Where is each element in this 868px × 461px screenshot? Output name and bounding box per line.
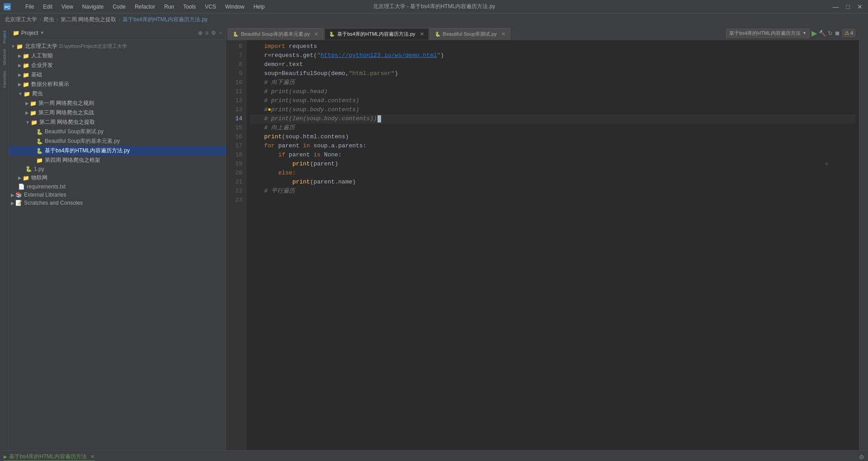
- minimize-button[interactable]: —: [831, 3, 841, 10]
- settings-icon[interactable]: ⚙: [211, 30, 216, 36]
- line-22: 22: [226, 187, 246, 196]
- project-label: Project: [21, 30, 38, 36]
- build-button[interactable]: 🔨: [819, 30, 826, 37]
- menu-help[interactable]: Help: [252, 3, 267, 11]
- menu-refactor[interactable]: Refactor: [133, 3, 157, 11]
- menu-tools[interactable]: Tools: [181, 3, 198, 11]
- tree-root[interactable]: ▼ 📁 北京理工大学 D:\pythonProject\北京理工大学: [9, 42, 226, 51]
- hide-icon[interactable]: −: [219, 30, 222, 36]
- svg-text:PC: PC: [5, 5, 10, 9]
- rerun-button[interactable]: ↻: [828, 30, 833, 37]
- breadcrumb-item-3[interactable]: 基于bs4库的HTML内容遍历方法.py: [123, 16, 208, 24]
- tree-item-week1[interactable]: ▶ 📁 第一周 网络爬虫之规则: [9, 99, 226, 108]
- root-path: D:\pythonProject\北京理工大学: [59, 43, 127, 50]
- left-sidebar-icons: Project Structure Favorites: [0, 26, 9, 450]
- tree-file-bs-test[interactable]: 🐍 Beautiful Soup库测试.py: [9, 127, 226, 136]
- tree-external-libs[interactable]: ▶ 📚 External Libraries: [9, 191, 226, 199]
- dropdown-icon[interactable]: ▼: [40, 30, 44, 35]
- tab-bs-test[interactable]: 🐍 Beautiful Soup库测试.py ✕: [430, 28, 510, 40]
- data-folder-icon: 📁: [23, 81, 29, 88]
- project-toolbar: ⊕ ≡ ⚙ −: [198, 30, 222, 36]
- tree-item-basic[interactable]: ▶ 📁 基础: [9, 70, 226, 80]
- tree-file-bs-html[interactable]: 🐍 基于bs4库的HTML内容遍历方法.py: [9, 146, 226, 155]
- tree-item-enterprise[interactable]: ▶ 📁 企业开发: [9, 61, 226, 70]
- tree-file-bs-basic[interactable]: 🐍 Beautiful Soup库的基本元素.py: [9, 136, 226, 146]
- external-libs-icon: 📚: [15, 192, 22, 198]
- warning-count[interactable]: ⚠ 4: [842, 29, 855, 37]
- app-logo: PC: [4, 3, 13, 10]
- tree-item-week2[interactable]: ▼ 📁 第二周 网络爬虫之提取: [9, 118, 226, 127]
- line-20: 20: [226, 169, 246, 178]
- line-23: 23: [226, 196, 246, 205]
- menu-edit[interactable]: Edit: [41, 3, 54, 11]
- tree-item-week4[interactable]: 📁 第四周 网络爬虫之框架: [9, 155, 226, 165]
- code-line-11: # print(soup.head): [250, 87, 855, 96]
- tree-item-crawler[interactable]: ▼ 📁 爬虫: [9, 89, 226, 99]
- breadcrumb-item-2[interactable]: 第二周 网络爬虫之提取: [61, 16, 116, 24]
- file-selector[interactable]: 基于bs4库的HTML内容遍历方法 ▼: [726, 28, 810, 38]
- breadcrumb-item-1[interactable]: 爬虫: [43, 16, 54, 24]
- menu-run[interactable]: Run: [162, 3, 176, 11]
- project-icon[interactable]: Project: [1, 28, 8, 46]
- structure-icon[interactable]: Structure: [1, 46, 8, 68]
- week2-folder-label: 第二周 网络爬虫之提取: [39, 118, 95, 126]
- menu-view[interactable]: View: [60, 3, 75, 11]
- week4-folder-label: 第四周 网络爬虫之框架: [45, 156, 100, 164]
- week3-folder-icon: 📁: [30, 110, 37, 116]
- close-button[interactable]: ✕: [855, 3, 864, 10]
- project-panel: 📁 Project ▼ ⊕ ≡ ⚙ − ▼ 📁 北京理工大学 D:\python…: [9, 26, 226, 450]
- line-7: 7: [226, 51, 246, 60]
- run-green-dot: ▶: [4, 454, 7, 459]
- crawler-folder-label: 爬虫: [32, 90, 43, 98]
- code-line-16: print(soup.html.contens): [250, 132, 855, 141]
- line-15: 15: [226, 123, 246, 132]
- bs-html-file-icon: 🐍: [36, 148, 43, 154]
- play-button[interactable]: ▶: [811, 29, 817, 38]
- locate-icon[interactable]: ⊕: [198, 30, 203, 36]
- stop-button[interactable]: ⏹: [835, 30, 840, 37]
- collapse-icon[interactable]: ≡: [205, 30, 208, 36]
- root-folder-icon: 📁: [16, 43, 23, 50]
- menu-file[interactable]: File: [24, 3, 36, 11]
- tab-bs-html[interactable]: 🐍 基于bs4库的HTML内容遍历方法.py ✕: [324, 28, 429, 40]
- code-content[interactable]: import requests r=requests.get("https://…: [246, 40, 859, 450]
- menu-code[interactable]: Code: [111, 3, 127, 11]
- breadcrumb: 北京理工大学 › 爬虫 › 第二周 网络爬虫之提取 › 基于bs4库的HTML内…: [0, 14, 868, 26]
- run-tab-close[interactable]: ✕: [90, 454, 94, 460]
- menu-vcs[interactable]: VCS: [203, 3, 218, 11]
- tree-item-data[interactable]: ▶ 📁 数据分析和展示: [9, 80, 226, 89]
- code-editor[interactable]: 6 7 8 9 10 11 12 13 14 15 16 17 18 19 20…: [226, 40, 859, 450]
- run-settings-icon[interactable]: ⚙: [859, 454, 864, 461]
- tab-close-1[interactable]: ✕: [420, 31, 424, 37]
- favorites-icon[interactable]: Favorites: [1, 68, 8, 90]
- tab-label-1: 基于bs4库的HTML内容遍历方法.py: [337, 31, 415, 38]
- bs-test-file-label: Beautiful Soup库测试.py: [45, 128, 104, 136]
- tree-file-1py[interactable]: 🐍 1.py: [9, 165, 226, 173]
- code-line-8: demo=r.text: [250, 60, 855, 69]
- tab-close-2[interactable]: ✕: [501, 31, 505, 37]
- tab-close-0[interactable]: ✕: [314, 31, 318, 37]
- tree-scratches[interactable]: ▶ 📝 Scratches and Consoles: [9, 199, 226, 207]
- tree-file-requirements[interactable]: 📄 requirements.txt: [9, 183, 226, 191]
- line-9: 9: [226, 69, 246, 78]
- run-tab-run[interactable]: ▶ 基于bs4库的HTML内容遍历方法 ✕: [4, 453, 94, 461]
- project-title: 📁 Project ▼: [13, 30, 44, 36]
- line-21: 21: [226, 178, 246, 187]
- project-header: 📁 Project ▼ ⊕ ≡ ⚙ −: [9, 26, 226, 40]
- scratches-label: Scratches and Consoles: [24, 200, 83, 206]
- tree-item-ai[interactable]: ▶ 📁 人工智能: [9, 51, 226, 61]
- code-line-18: if parent is None:: [250, 151, 855, 160]
- requirements-file-label: requirements.txt: [27, 183, 66, 190]
- line-19: 19: [226, 160, 246, 169]
- code-line-6: import requests: [250, 42, 855, 51]
- menu-navigate[interactable]: Navigate: [80, 3, 105, 11]
- editor-tabs: 🐍 Beautiful Soup库的基本元素.py ✕ 🐍 基于bs4库的HTM…: [226, 26, 722, 40]
- tree-item-iot[interactable]: ▶ 📁 物联网: [9, 173, 226, 183]
- menu-window[interactable]: Window: [223, 3, 246, 11]
- tree-item-week3[interactable]: ▶ 📁 第三周 网络爬虫之实战: [9, 108, 226, 118]
- breadcrumb-item-0[interactable]: 北京理工大学: [5, 16, 37, 24]
- line-13: 13: [226, 105, 246, 114]
- maximize-button[interactable]: □: [844, 3, 852, 10]
- file-selector-dropdown-icon: ▼: [802, 31, 807, 35]
- tab-bs-basic[interactable]: 🐍 Beautiful Soup库的基本元素.py ✕: [228, 28, 323, 40]
